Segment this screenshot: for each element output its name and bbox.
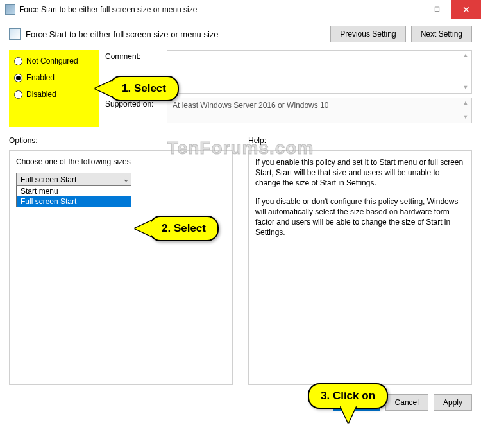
app-icon — [5, 4, 15, 15]
scroll-down-icon — [462, 114, 469, 121]
help-paragraph: If you disable or don't configure this p… — [255, 196, 465, 238]
scroll-up-icon — [462, 99, 469, 107]
choose-size-label: Choose one of the following sizes — [16, 157, 226, 166]
radio-label: Not Configured — [26, 56, 78, 65]
radio-label: Enabled — [26, 73, 55, 82]
config-row: Not Configured Enabled Disabled Comment:… — [0, 50, 481, 127]
titlebar: Force Start to be either full screen siz… — [0, 0, 481, 19]
supported-label: Supported on: — [105, 98, 167, 123]
dialog-buttons: OK Cancel Apply — [0, 385, 481, 420]
header: Force Start to be either full screen siz… — [0, 19, 481, 50]
radio-enabled[interactable]: Enabled — [13, 69, 95, 86]
window-buttons — [392, 0, 481, 19]
minimize-button[interactable] — [392, 0, 422, 19]
radio-label: Disabled — [26, 90, 56, 99]
supported-value: At least Windows Server 2016 or Windows … — [167, 98, 472, 123]
help-paragraph: If you enable this policy and set it to … — [255, 157, 465, 189]
apply-button[interactable]: Apply — [434, 394, 472, 411]
dropdown-item-full-screen[interactable]: Full screen Start — [17, 196, 131, 207]
help-panel: If you enable this policy and set it to … — [248, 150, 472, 385]
policy-title: Force Start to be either full screen siz… — [26, 30, 330, 39]
radio-circle-icon — [14, 74, 22, 82]
window-title: Force Start to be either full screen siz… — [19, 5, 392, 14]
previous-setting-button[interactable]: Previous Setting — [330, 26, 405, 42]
maximize-button[interactable] — [422, 0, 451, 19]
comment-label: Comment: — [105, 50, 167, 94]
supported-text: At least Windows Server 2016 or Windows … — [173, 101, 328, 110]
scroll-down-icon[interactable] — [462, 84, 469, 92]
next-setting-button[interactable]: Next Setting — [411, 26, 472, 42]
radio-disabled[interactable]: Disabled — [13, 86, 95, 103]
cancel-button[interactable]: Cancel — [385, 394, 428, 411]
scroll-up-icon[interactable] — [462, 52, 469, 60]
section-labels: Options: Help: — [0, 127, 481, 145]
comment-input[interactable] — [167, 50, 472, 94]
radio-not-configured[interactable]: Not Configured — [13, 53, 95, 69]
dropdown-selected[interactable]: Full screen Start — [16, 173, 131, 186]
dropdown-item-start-menu[interactable]: Start menu — [17, 186, 131, 196]
help-label: Help: — [248, 136, 472, 145]
close-button[interactable] — [451, 0, 481, 19]
ok-button[interactable]: OK — [333, 394, 380, 411]
state-radios: Not Configured Enabled Disabled — [9, 50, 99, 127]
radio-circle-icon — [14, 57, 22, 65]
size-dropdown[interactable]: Full screen Start Start menu Full screen… — [16, 173, 131, 207]
dropdown-list: Start menu Full screen Start — [16, 185, 131, 207]
radio-circle-icon — [14, 90, 22, 99]
options-panel: Choose one of the following sizes Full s… — [9, 150, 233, 385]
policy-icon — [9, 28, 21, 40]
panels: Choose one of the following sizes Full s… — [0, 145, 481, 385]
options-label: Options: — [9, 136, 233, 145]
